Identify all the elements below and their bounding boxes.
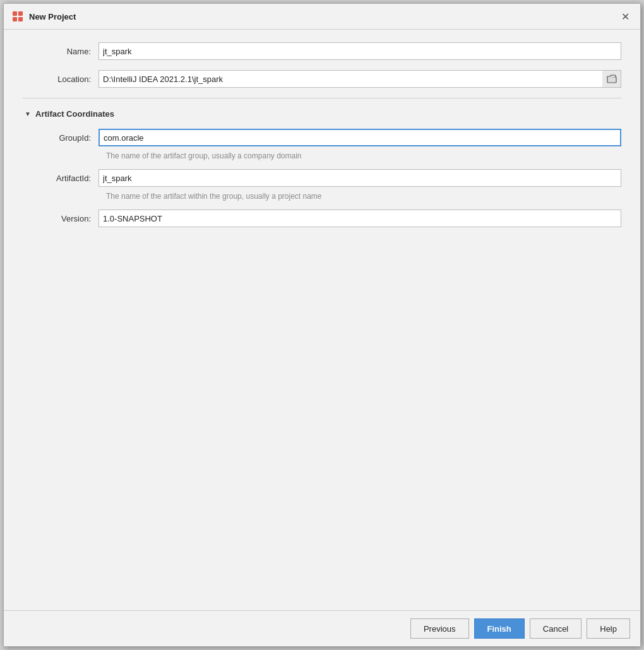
- dialog-title: New Project: [29, 12, 76, 21]
- section-divider: [23, 98, 621, 98]
- artifactid-label: ArtifactId:: [23, 174, 98, 183]
- previous-label: Previous: [424, 624, 456, 634]
- title-bar-left: New Project: [11, 10, 76, 23]
- dialog-content: Name: Location: ▼ Artifact Coordinates: [4, 30, 640, 610]
- collapse-arrow-icon[interactable]: ▼: [23, 109, 33, 119]
- svg-rect-4: [607, 77, 616, 83]
- name-label: Name:: [23, 47, 98, 56]
- button-bar: Previous Finish Cancel Help: [4, 610, 640, 646]
- artifactid-hint: The name of the artifact within the grou…: [106, 192, 621, 201]
- new-project-dialog: New Project ✕ Name: Location:: [3, 3, 641, 647]
- svg-rect-1: [18, 11, 23, 16]
- location-label: Location:: [23, 74, 98, 84]
- svg-rect-2: [13, 17, 17, 21]
- finish-label: Finish: [487, 624, 511, 634]
- groupid-hint: The name of the artifact group, usually …: [106, 151, 621, 160]
- cancel-label: Cancel: [543, 624, 568, 634]
- name-input[interactable]: [98, 42, 621, 60]
- browse-button[interactable]: [602, 70, 621, 88]
- groupid-row: GroupId:: [23, 129, 621, 146]
- groupid-input[interactable]: [98, 129, 621, 146]
- version-input[interactable]: [98, 210, 621, 227]
- artifactid-input[interactable]: [98, 169, 621, 187]
- help-label: Help: [600, 624, 617, 634]
- name-row: Name:: [23, 42, 621, 60]
- cancel-button[interactable]: Cancel: [530, 618, 581, 639]
- version-label: Version:: [23, 214, 98, 223]
- location-input[interactable]: [98, 70, 621, 88]
- artifact-section-header: ▼ Artifact Coordinates: [23, 109, 621, 119]
- groupid-label: GroupId:: [23, 133, 98, 143]
- version-row: Version:: [23, 210, 621, 227]
- location-row: Location:: [23, 70, 621, 88]
- svg-rect-3: [18, 17, 23, 21]
- artifactid-row: ArtifactId:: [23, 169, 621, 187]
- svg-rect-0: [13, 11, 17, 16]
- section-title: Artifact Coordinates: [35, 109, 114, 119]
- help-button[interactable]: Help: [587, 618, 630, 639]
- close-button[interactable]: ✕: [617, 9, 633, 24]
- title-bar: New Project ✕: [4, 4, 640, 30]
- app-icon: [11, 10, 24, 23]
- finish-button[interactable]: Finish: [474, 618, 525, 639]
- previous-button[interactable]: Previous: [410, 618, 469, 639]
- location-input-wrap: [98, 70, 621, 88]
